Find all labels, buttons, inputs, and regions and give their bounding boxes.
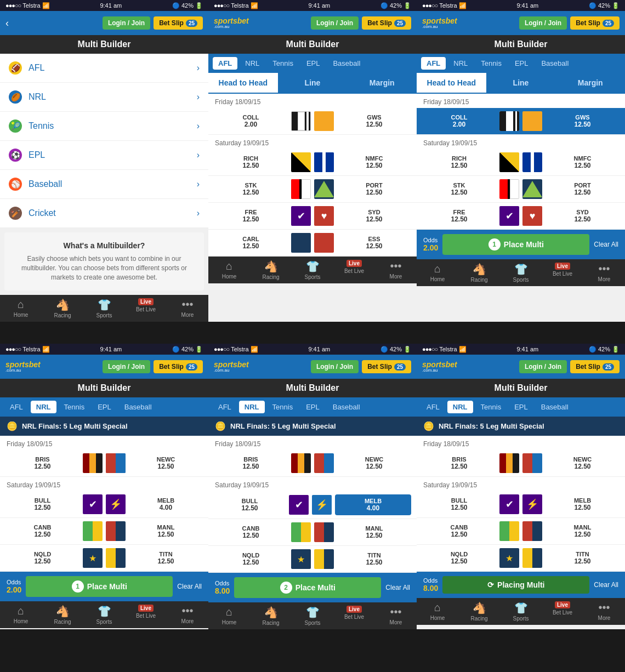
- tab-tennis-5[interactable]: Tennis: [267, 401, 299, 413]
- nav-home-5[interactable]: ⌂Home: [208, 606, 250, 626]
- nav-betlive-2[interactable]: LiveBet Live: [333, 260, 375, 280]
- match-row-nqld-titn-5[interactable]: NQLD12.50 ★ TITN12.50: [208, 546, 417, 573]
- login-btn-5[interactable]: Login / Join: [311, 360, 359, 373]
- tab-epl-5[interactable]: EPL: [300, 401, 325, 413]
- match-row-fre-syd[interactable]: FRE 12.50 ✔ ♥ SYD 12.50: [208, 203, 417, 230]
- match-row-stk-port-3[interactable]: STK12.50 PORT12.50: [417, 176, 625, 203]
- match-row-bull-melb-5[interactable]: BULL12.50 ✔ ⚡ MELB 4.00: [208, 491, 417, 519]
- tab-tennis-3[interactable]: Tennis: [475, 57, 507, 70]
- betslip-button[interactable]: Bet Slip 25: [154, 16, 203, 30]
- nav-sports[interactable]: 👕 Sports: [83, 298, 125, 318]
- match-tab-h2h-3[interactable]: Head to Head: [417, 73, 486, 94]
- login-btn-6[interactable]: Login / Join: [519, 360, 567, 373]
- match-row-nqld-titn-6[interactable]: NQLD12.50 ★ TITN12.50: [417, 545, 625, 572]
- nav-home-3[interactable]: ⌂Home: [417, 263, 458, 283]
- clear-all-button-5[interactable]: Clear All: [385, 584, 410, 591]
- match-row-coll-gws-selected[interactable]: COLL 2.00 GWS 12.50: [417, 108, 625, 135]
- nav-racing-2[interactable]: 🐴Racing: [250, 260, 292, 280]
- match-row-fre-syd-3[interactable]: FRE12.50 ✔ ♥ SYD12.50: [417, 203, 625, 230]
- tab-baseball-2[interactable]: Baseball: [327, 57, 366, 70]
- tab-tennis-6[interactable]: Tennis: [475, 401, 507, 413]
- sidebar-item-cricket[interactable]: 🏏 Cricket ›: [0, 199, 208, 228]
- tab-afl-6[interactable]: AFL: [421, 401, 445, 413]
- login-btn-4[interactable]: Login / Join: [103, 360, 150, 373]
- place-multi-button-3[interactable]: 1 Place Multi: [442, 234, 589, 255]
- tab-baseball-5[interactable]: Baseball: [327, 401, 366, 413]
- nav-racing-4[interactable]: 🐴Racing: [42, 605, 83, 625]
- match-row-canb-manl-6[interactable]: CANB12.50 MANL12.50: [417, 518, 625, 545]
- tab-baseball-3[interactable]: Baseball: [536, 57, 574, 70]
- tab-afl-4[interactable]: AFL: [4, 401, 29, 413]
- tab-nrl-6[interactable]: NRL: [447, 401, 473, 413]
- tab-nrl-5[interactable]: NRL: [239, 401, 265, 413]
- tab-tennis-2[interactable]: Tennis: [267, 57, 299, 70]
- nav-betlive-6[interactable]: LiveBet Live: [542, 601, 583, 622]
- nav-racing[interactable]: 🐴 Racing: [42, 298, 83, 318]
- nav-home[interactable]: ⌂ Home: [0, 298, 42, 318]
- match-row-rich-nmfc-3[interactable]: RICH12.50 NMFC12.50: [417, 149, 625, 176]
- match-tab-margin-3[interactable]: Margin: [555, 73, 625, 94]
- nav-sports-2[interactable]: 👕Sports: [292, 260, 333, 280]
- match-row-bris-newc-6[interactable]: BRIS12.50 NEWC12.50: [417, 450, 625, 477]
- match-row-bris-newc-5[interactable]: BRIS12.50 NEWC12.50: [208, 450, 417, 477]
- nav-betlive-4[interactable]: LiveBet Live: [125, 605, 167, 625]
- nav-sports-3[interactable]: 👕Sports: [500, 263, 542, 283]
- nav-sports-6[interactable]: 👕Sports: [500, 601, 542, 622]
- nav-betlive[interactable]: Live Bet Live: [125, 298, 167, 318]
- match-tab-h2h-2[interactable]: Head to Head: [208, 73, 278, 94]
- nav-home-2[interactable]: ⌂Home: [208, 260, 250, 280]
- nav-home-4[interactable]: ⌂Home: [0, 605, 42, 625]
- match-row-rich-nmfc[interactable]: RICH 12.50 NMFC 12.50: [208, 149, 417, 176]
- tab-nrl-2[interactable]: NRL: [240, 57, 265, 70]
- clear-all-button-6[interactable]: Clear All: [594, 581, 618, 589]
- tab-tennis-4[interactable]: Tennis: [59, 401, 90, 413]
- place-multi-button-4[interactable]: 1 Place Multi: [26, 576, 173, 597]
- nav-racing-6[interactable]: 🐴Racing: [458, 601, 500, 622]
- nav-betlive-5[interactable]: LiveBet Live: [333, 606, 375, 626]
- tab-baseball-4[interactable]: Baseball: [119, 401, 157, 413]
- match-row-canb-manl-5[interactable]: CANB12.50 MANL12.50: [208, 519, 417, 546]
- nav-more-4[interactable]: •••More: [167, 605, 208, 625]
- nav-more-2[interactable]: •••More: [375, 260, 417, 280]
- login-btn-3[interactable]: Login / Join: [519, 16, 567, 30]
- sidebar-item-afl[interactable]: 🏈 AFL ›: [0, 54, 208, 83]
- tab-baseball-6[interactable]: Baseball: [536, 401, 574, 413]
- nav-more-6[interactable]: •••More: [583, 601, 625, 622]
- betslip-btn-5[interactable]: Bet Slip 25: [362, 360, 411, 373]
- clear-all-button-3[interactable]: Clear All: [594, 241, 618, 248]
- match-row-stk-port[interactable]: STK 12.50 PORT 12.50: [208, 176, 417, 203]
- tab-nrl-4[interactable]: NRL: [31, 401, 56, 413]
- nav-sports-5[interactable]: 👕Sports: [292, 606, 333, 626]
- betslip-btn-6[interactable]: Bet Slip 25: [570, 360, 620, 373]
- match-tab-line-2[interactable]: Line: [278, 73, 348, 94]
- login-button[interactable]: Login / Join: [103, 16, 150, 30]
- nav-racing-5[interactable]: 🐴Racing: [250, 606, 292, 626]
- match-row-bull-melb-6[interactable]: BULL12.50 ✔ ⚡ MELB12.50: [417, 491, 625, 518]
- tab-nrl-3[interactable]: NRL: [448, 57, 473, 70]
- nav-home-6[interactable]: ⌂Home: [417, 601, 458, 622]
- place-multi-button-5[interactable]: 2 Place Multi: [234, 577, 381, 598]
- tab-epl-2[interactable]: EPL: [301, 57, 326, 70]
- nav-racing-3[interactable]: 🐴Racing: [458, 263, 500, 283]
- tab-afl-5[interactable]: AFL: [213, 401, 237, 413]
- betslip-btn-2[interactable]: Bet Slip 25: [362, 16, 411, 30]
- tab-epl-4[interactable]: EPL: [92, 401, 117, 413]
- betslip-btn-3[interactable]: Bet Slip 25: [570, 16, 620, 30]
- match-row-nqld-titn-4[interactable]: NQLD12.50 ★ TITN12.50: [0, 545, 208, 572]
- nav-more-5[interactable]: •••More: [375, 606, 417, 626]
- tab-afl-3[interactable]: AFL: [421, 57, 446, 70]
- match-row-bris-newc-4[interactable]: BRIS12.50 NEWC12.50: [0, 450, 208, 477]
- sidebar-item-nrl[interactable]: 🏉 NRL ›: [0, 83, 208, 112]
- nav-sports-4[interactable]: 👕Sports: [83, 605, 125, 625]
- back-button[interactable]: ‹: [5, 18, 9, 29]
- sidebar-item-epl[interactable]: ⚽ EPL ›: [0, 141, 208, 170]
- sidebar-item-baseball[interactable]: ⚾ Baseball ›: [0, 170, 208, 199]
- tab-afl-2[interactable]: AFL: [213, 57, 237, 70]
- tab-epl-3[interactable]: EPL: [509, 57, 534, 70]
- login-btn-2[interactable]: Login / Join: [311, 16, 359, 30]
- tab-epl-6[interactable]: EPL: [509, 401, 533, 413]
- clear-all-button-4[interactable]: Clear All: [177, 583, 202, 590]
- match-row-canb-manl-4[interactable]: CANB12.50 MANL12.50: [0, 518, 208, 545]
- nav-more[interactable]: ••• More: [167, 298, 208, 318]
- sidebar-item-tennis[interactable]: 🎾 Tennis ›: [0, 112, 208, 141]
